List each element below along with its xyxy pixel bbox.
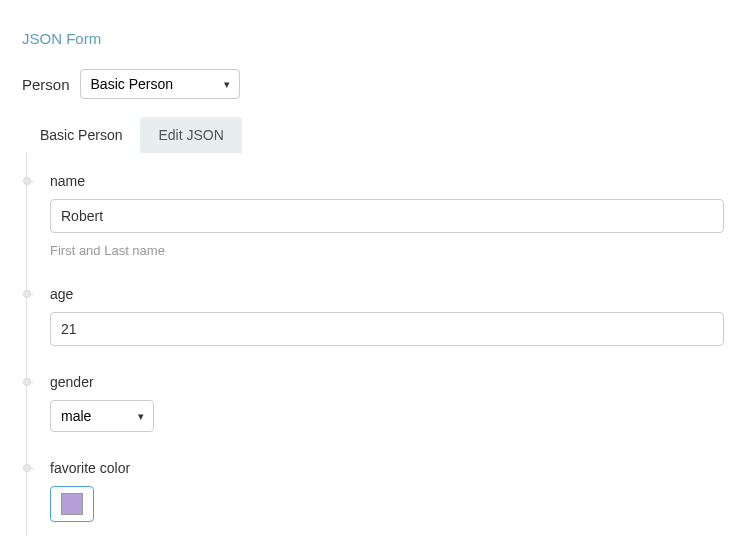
field-gender: gender male ▾ xyxy=(32,360,724,446)
age-label: age xyxy=(50,286,724,302)
gender-select-wrap: male ▾ xyxy=(50,400,154,432)
field-name: name First and Last name xyxy=(32,159,724,272)
name-input[interactable] xyxy=(50,199,724,233)
favorite-color-label: favorite color xyxy=(50,460,724,476)
tab-edit-json[interactable]: Edit JSON xyxy=(140,117,241,153)
tab-basic-person[interactable]: Basic Person xyxy=(22,117,140,153)
age-input[interactable] xyxy=(50,312,724,346)
name-help: First and Last name xyxy=(50,243,724,258)
person-select[interactable]: Basic Person xyxy=(80,69,240,99)
tree-node-icon xyxy=(23,177,31,185)
tree-node-icon xyxy=(23,290,31,298)
person-label: Person xyxy=(22,76,70,93)
person-select-wrap: Basic Person ▾ xyxy=(80,69,240,99)
gender-select[interactable]: male xyxy=(50,400,154,432)
tree-node-icon xyxy=(23,464,31,472)
form-body: name First and Last name age gender male… xyxy=(22,153,724,536)
tree-node-icon xyxy=(23,378,31,386)
person-selector-row: Person Basic Person ▾ xyxy=(22,69,724,99)
field-age: age xyxy=(32,272,724,360)
tabs: Basic Person Edit JSON xyxy=(22,117,724,153)
color-picker[interactable] xyxy=(50,486,94,522)
page-title: JSON Form xyxy=(22,30,724,47)
gender-label: gender xyxy=(50,374,724,390)
field-favorite-color: favorite color xyxy=(32,446,724,536)
name-label: name xyxy=(50,173,724,189)
color-swatch xyxy=(61,493,83,515)
